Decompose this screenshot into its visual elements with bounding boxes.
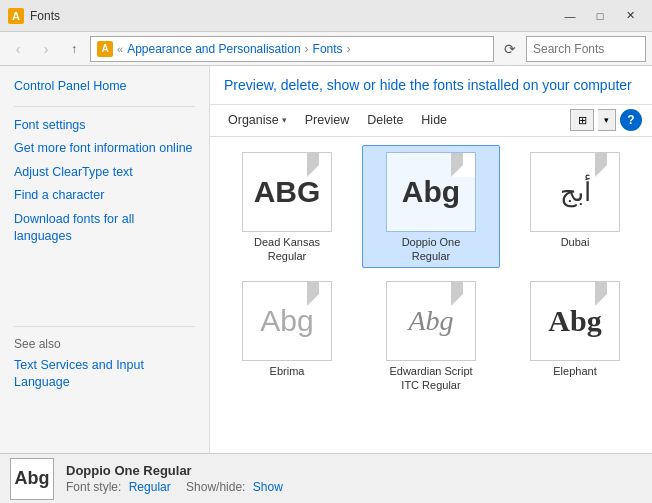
font-preview-edwardian: Abg <box>386 281 476 361</box>
status-preview: Abg <box>10 458 54 500</box>
organise-arrow: ▾ <box>282 115 287 125</box>
status-bar: Abg Doppio One Regular Font style: Regul… <box>0 453 652 503</box>
sidebar-divider-2 <box>14 326 195 327</box>
sidebar-item-get-more-info[interactable]: Get more font information online <box>14 140 195 158</box>
show-hide-value: Show <box>253 480 283 494</box>
font-item-edwardian[interactable]: Abg Edwardian ScriptITC Regular <box>362 274 500 398</box>
font-preview-dubai: أبج <box>530 152 620 232</box>
delete-button[interactable]: Delete <box>359 110 411 130</box>
sidebar-item-font-settings[interactable]: Font settings <box>14 117 195 135</box>
font-item-ebrima[interactable]: Abg Ebrima <box>218 274 356 398</box>
status-preview-text: Abg <box>15 468 50 489</box>
sidebar-item-control-panel-home[interactable]: Control Panel Home <box>14 78 195 96</box>
main-layout: Control Panel Home Font settings Get mor… <box>0 66 652 453</box>
font-item-elephant[interactable]: Abg Elephant <box>506 274 644 398</box>
toolbar-right: ⊞ ▾ ? <box>570 109 642 131</box>
sidebar-divider-1 <box>14 106 195 107</box>
breadcrumb-sep1: « <box>117 43 123 55</box>
breadcrumb: Appearance and Personalisation › Fonts › <box>127 42 350 56</box>
view-mode-button[interactable]: ⊞ <box>570 109 594 131</box>
font-preview-text-dead-kansas: ABG <box>250 177 325 207</box>
sidebar: Control Panel Home Font settings Get mor… <box>0 66 210 453</box>
font-item-dead-kansas[interactable]: ABG Dead KansasRegular <box>218 145 356 269</box>
sidebar-item-adjust-cleartype[interactable]: Adjust ClearType text <box>14 164 195 182</box>
font-name-ebrima: Ebrima <box>270 364 305 378</box>
font-preview-ebrima: Abg <box>242 281 332 361</box>
font-preview-doppio-one: Abg <box>386 152 476 232</box>
address-bar: ‹ › ↑ A « Appearance and Personalisation… <box>0 32 652 66</box>
title-bar: A Fonts — □ ✕ <box>0 0 652 32</box>
up-button[interactable]: ↑ <box>62 37 86 61</box>
font-name-dead-kansas: Dead KansasRegular <box>254 235 320 264</box>
help-button[interactable]: ? <box>620 109 642 131</box>
content-area: Preview, delete, show or hide the fonts … <box>210 66 652 453</box>
preview-button[interactable]: Preview <box>297 110 357 130</box>
view-dropdown[interactable]: ▾ <box>598 109 616 131</box>
hide-button[interactable]: Hide <box>413 110 455 130</box>
font-preview-text-edwardian: Abg <box>404 307 457 335</box>
font-name-dubai: Dubai <box>561 235 590 249</box>
sidebar-item-download-fonts[interactable]: Download fonts for all languages <box>14 211 195 246</box>
breadcrumb-arrow: › <box>305 42 309 56</box>
font-preview-text-doppio-one: Abg <box>398 177 464 207</box>
window-title: Fonts <box>30 9 556 23</box>
address-icon: A <box>97 41 113 57</box>
font-preview-elephant: Abg <box>530 281 620 361</box>
refresh-button[interactable]: ⟳ <box>498 37 522 61</box>
status-info: Doppio One Regular Font style: Regular S… <box>66 463 283 494</box>
font-name-edwardian: Edwardian ScriptITC Regular <box>389 364 472 393</box>
address-field[interactable]: A « Appearance and Personalisation › Fon… <box>90 36 494 62</box>
toolbar: Organise ▾ Preview Delete Hide ⊞ ▾ ? <box>210 105 652 137</box>
font-preview-text-ebrima: Abg <box>256 306 317 336</box>
see-also-title: See also <box>14 337 195 351</box>
font-preview-text-dubai: أبج <box>556 179 595 205</box>
font-name-doppio-one: Doppio OneRegular <box>402 235 461 264</box>
font-item-doppio-one[interactable]: Abg Doppio OneRegular <box>362 145 500 269</box>
font-item-dubai[interactable]: أبج Dubai <box>506 145 644 269</box>
breadcrumb-fonts[interactable]: Fonts <box>313 42 343 56</box>
back-button[interactable]: ‹ <box>6 37 30 61</box>
show-hide-label: Show/hide: <box>186 480 245 494</box>
status-font-name: Doppio One Regular <box>66 463 283 478</box>
search-box: 🔍 <box>526 36 646 62</box>
font-preview-text-elephant: Abg <box>544 306 605 336</box>
font-preview-dead-kansas: ABG <box>242 152 332 232</box>
forward-button[interactable]: › <box>34 37 58 61</box>
window-controls: — □ ✕ <box>556 6 644 26</box>
breadcrumb-appearance[interactable]: Appearance and Personalisation <box>127 42 300 56</box>
close-button[interactable]: ✕ <box>616 6 644 26</box>
style-label: Font style: <box>66 480 121 494</box>
minimize-button[interactable]: — <box>556 6 584 26</box>
organise-button[interactable]: Organise ▾ <box>220 110 295 130</box>
content-description: Preview, delete, show or hide the fonts … <box>224 76 638 96</box>
sidebar-item-find-character[interactable]: Find a character <box>14 187 195 205</box>
status-style-detail: Font style: Regular Show/hide: Show <box>66 480 283 494</box>
app-icon: A <box>8 8 24 24</box>
font-grid: ABG Dead KansasRegular Abg Doppio OneReg… <box>210 137 652 453</box>
sidebar-item-text-services[interactable]: Text Services and Input Language <box>14 357 195 392</box>
maximize-button[interactable]: □ <box>586 6 614 26</box>
font-name-elephant: Elephant <box>553 364 596 378</box>
style-value: Regular <box>129 480 171 494</box>
breadcrumb-arrow2: › <box>347 42 351 56</box>
content-header: Preview, delete, show or hide the fonts … <box>210 66 652 105</box>
search-input[interactable] <box>533 42 652 56</box>
